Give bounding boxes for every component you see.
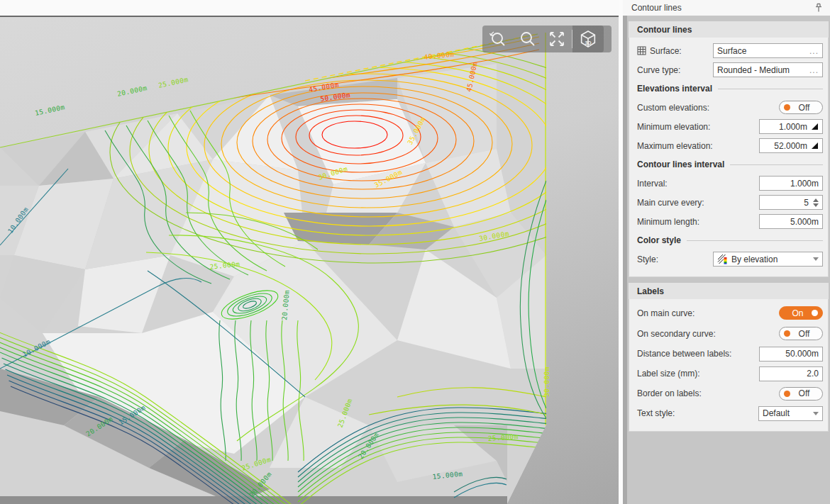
app-window: { "accent_orange": "#ed7622", "panel": {… <box>0 0 830 504</box>
style-row: Style: By elevati <box>637 250 823 269</box>
style-dropdown[interactable]: By elevation <box>713 252 823 267</box>
fit-extents-button[interactable] <box>542 26 572 52</box>
min-elevation-row: Minimum elevation: 1.000m <box>637 117 823 136</box>
style-value: By elevation <box>731 254 778 264</box>
curve-type-row: Curve type: Rounded - Medium ... <box>637 60 823 79</box>
terrain-contour-map: 15.000m 20.000m 25.000m 10.000m 10.000m … <box>0 0 619 504</box>
max-elevation-label: Maximum elevation: <box>637 141 713 151</box>
contour-lines-panel: Contour lines Contour lines S <box>623 0 830 504</box>
interval-value: 1.000m <box>790 179 819 189</box>
toggle-state-label: Off <box>790 329 822 339</box>
min-length-field[interactable]: 5.000m <box>759 214 823 229</box>
border-labels-label: Border on labels: <box>637 388 702 398</box>
toggle-dot <box>812 310 818 316</box>
interval-label: Interval: <box>637 179 668 189</box>
on-main-curve-row: On main curve: On <box>637 303 823 323</box>
label-size-value: 2.0 <box>807 369 819 379</box>
distance-labels-row: Distance between labels: 50.000m <box>637 344 823 364</box>
toggle-state-label: Off <box>790 103 822 113</box>
label-size-field[interactable]: 2.0 <box>759 366 823 381</box>
text-style-value: Default <box>763 408 790 418</box>
toggle-dot <box>784 330 790 337</box>
curve-type-value: Rounded - Medium <box>717 65 805 75</box>
distance-labels-field[interactable]: 50.000m <box>759 347 823 362</box>
main-curve-label: Main curve every: <box>637 198 704 208</box>
zoom-icon <box>518 30 536 48</box>
group-title: Contour lines <box>637 25 692 35</box>
custom-elevations-row: Custom elevations: Off <box>637 98 823 117</box>
custom-elevations-label: Custom elevations: <box>637 103 709 113</box>
interval-row: Interval: 1.000m <box>637 174 823 193</box>
labels-group: Labels On main curve: On On secondary cu… <box>629 283 829 432</box>
min-elevation-field[interactable]: 1.000m <box>759 119 823 134</box>
viewport-top-bar <box>0 0 619 17</box>
on-secondary-curve-label: On secondary curve: <box>637 329 716 339</box>
contour-interval-title: Contour lines interval <box>637 159 724 169</box>
labels-group-header: Labels <box>629 283 829 299</box>
surface-grid-icon <box>637 46 646 55</box>
surface-browse-button[interactable]: ... <box>809 46 819 56</box>
max-elevation-value: 52.000m <box>774 141 807 151</box>
contour-lines-group: Contour lines Surface: Surface ... <box>629 21 829 277</box>
main-curve-row: Main curve every: 5 <box>637 193 823 212</box>
toggle-state-label: Off <box>790 388 822 398</box>
contour-label: 30.000m <box>543 366 550 397</box>
view-3d-button[interactable]: 3D <box>572 26 604 52</box>
on-main-curve-label: On main curve: <box>637 308 695 318</box>
viewport-3d[interactable]: 15.000m 20.000m 25.000m 10.000m 10.000m … <box>0 0 619 504</box>
text-style-row: Text style: Default <box>637 403 823 423</box>
main-curve-field[interactable]: 5 <box>759 195 823 210</box>
label-size-row: Label size (mm): 2.0 <box>637 364 823 383</box>
elevations-interval-subheader: Elevations interval <box>637 79 823 98</box>
contour-label: 25.000m <box>157 75 189 89</box>
curve-type-field[interactable]: Rounded - Medium ... <box>713 62 823 77</box>
on-secondary-curve-row: On secondary curve: Off <box>637 323 823 344</box>
curve-type-label: Curve type: <box>637 65 680 75</box>
svg-text:3D: 3D <box>585 40 592 45</box>
style-label: Style: <box>637 254 658 264</box>
interval-field[interactable]: 1.000m <box>759 176 823 191</box>
custom-elevations-toggle[interactable]: Off <box>779 101 823 114</box>
text-style-dropdown[interactable]: Default <box>758 406 823 421</box>
3d-cube-icon: 3D <box>578 29 598 49</box>
chevron-down-icon <box>809 257 819 261</box>
min-length-row: Minimum length: 5.000m <box>637 212 823 231</box>
surface-label: Surface: <box>637 46 713 56</box>
toggle-dot <box>784 104 790 111</box>
distance-labels-label: Distance between labels: <box>637 349 731 359</box>
min-length-value: 5.000m <box>790 217 819 227</box>
distance-labels-value: 50.000m <box>785 349 819 359</box>
color-style-subheader: Color style <box>637 231 823 250</box>
surface-field[interactable]: Surface ... <box>713 43 823 58</box>
contour-lines-group-header: Contour lines <box>629 21 829 38</box>
surface-value: Surface <box>717 46 805 56</box>
max-elevation-row: Maximum elevation: 52.000m <box>637 136 823 155</box>
main-curve-value: 5 <box>804 198 809 208</box>
on-secondary-curve-toggle[interactable]: Off <box>779 327 823 340</box>
border-labels-toggle[interactable]: Off <box>779 387 823 401</box>
chevron-down-icon <box>809 412 819 415</box>
pick-elevation-icon[interactable] <box>811 123 819 130</box>
zoom-previous-icon <box>488 30 507 48</box>
contour-label: 15.000m <box>34 103 65 117</box>
group-title: Labels <box>637 286 664 296</box>
color-style-title: Color style <box>637 235 681 245</box>
zoom-button[interactable] <box>512 26 542 52</box>
min-length-label: Minimum length: <box>637 217 699 227</box>
label-size-label: Label size (mm): <box>637 369 700 379</box>
toggle-dot <box>784 391 790 397</box>
min-elevation-value: 1.000m <box>779 122 807 132</box>
spinner-down-icon[interactable] <box>813 203 819 207</box>
border-labels-row: Border on labels: Off <box>637 383 823 403</box>
surface-row: Surface: Surface ... <box>637 41 823 60</box>
spinner-up-icon[interactable] <box>813 198 819 202</box>
spinner-control[interactable] <box>813 198 819 207</box>
pick-elevation-icon[interactable] <box>811 142 819 150</box>
elevations-interval-title: Elevations interval <box>637 84 712 94</box>
max-elevation-field[interactable]: 52.000m <box>759 138 823 153</box>
panel-title: Contour lines <box>631 3 814 13</box>
pin-icon[interactable] <box>814 3 823 13</box>
zoom-previous-button[interactable] <box>482 26 512 52</box>
on-main-curve-toggle[interactable]: On <box>779 306 823 320</box>
curve-type-browse-button[interactable]: ... <box>809 65 819 75</box>
